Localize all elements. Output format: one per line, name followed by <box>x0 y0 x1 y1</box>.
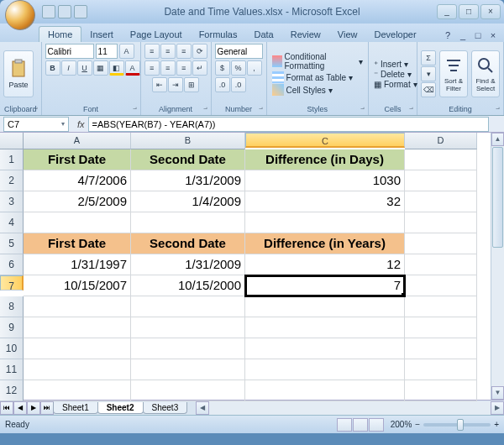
cell[interactable] <box>245 296 405 317</box>
col-header-b[interactable]: B <box>131 133 245 149</box>
scroll-right-icon[interactable]: ▶ <box>491 401 504 415</box>
cell[interactable] <box>405 233 477 254</box>
minimize-ribbon-icon[interactable]: _ <box>457 30 469 42</box>
scroll-down-icon[interactable]: ▼ <box>491 386 504 400</box>
italic-button[interactable]: I <box>61 60 76 76</box>
row-header[interactable]: 6 <box>0 254 24 275</box>
row-header[interactable]: 3 <box>0 191 24 212</box>
cell[interactable] <box>405 254 477 275</box>
underline-button[interactable]: U <box>77 60 92 76</box>
cell[interactable] <box>245 359 405 380</box>
cell[interactable] <box>24 338 131 359</box>
cell[interactable]: 2/5/2009 <box>24 191 131 212</box>
cell[interactable]: 1030 <box>245 170 405 191</box>
fx-icon[interactable]: fx <box>77 119 85 129</box>
format-as-table-button[interactable]: Format as Table ▾ <box>270 71 365 83</box>
decrease-decimal-icon[interactable]: .0 <box>231 77 246 92</box>
align-right-icon[interactable]: ≡ <box>176 60 192 76</box>
percent-icon[interactable]: % <box>231 60 246 76</box>
col-header-d[interactable]: D <box>405 133 477 149</box>
row-header[interactable]: 1 <box>0 149 24 170</box>
zoom-slider[interactable] <box>423 423 491 427</box>
increase-indent-icon[interactable]: ⇥ <box>168 77 183 92</box>
zoom-out-icon[interactable]: − <box>415 420 420 429</box>
currency-icon[interactable]: $ <box>215 60 230 76</box>
font-name-select[interactable] <box>45 44 94 59</box>
close-workbook-icon[interactable]: × <box>487 30 499 42</box>
minimize-button[interactable]: _ <box>437 4 457 19</box>
cell[interactable]: Difference (in Days) <box>245 149 405 170</box>
fill-color-button[interactable]: ◧ <box>109 60 124 76</box>
tab-developer[interactable]: Developer <box>365 27 424 42</box>
sheet-tab[interactable]: Sheet1 <box>53 402 98 414</box>
cell[interactable] <box>245 338 405 359</box>
row-header[interactable]: 8 <box>0 296 24 317</box>
cell[interactable]: Second Date <box>131 233 245 254</box>
cell[interactable] <box>405 296 477 317</box>
sheet-tab[interactable]: Sheet3 <box>143 402 188 414</box>
cell[interactable]: Second Date <box>131 149 245 170</box>
close-button[interactable]: × <box>480 4 501 19</box>
cell[interactable] <box>131 338 245 359</box>
align-bottom-icon[interactable]: ≡ <box>176 44 192 59</box>
cell[interactable] <box>405 338 477 359</box>
cell[interactable]: 1/31/2009 <box>131 170 245 191</box>
tab-insert[interactable]: Insert <box>81 27 122 42</box>
vertical-scrollbar[interactable]: ▲ ▼ <box>491 133 504 400</box>
cell[interactable] <box>405 275 477 296</box>
qat-undo-icon[interactable] <box>58 5 71 18</box>
zoom-level[interactable]: 200% <box>391 420 412 429</box>
col-header-c[interactable]: C <box>245 133 405 148</box>
cell[interactable]: 12 <box>245 254 405 275</box>
border-button[interactable]: ▦ <box>93 60 108 76</box>
active-cell[interactable]: 7 <box>245 275 405 296</box>
cell[interactable] <box>131 359 245 380</box>
cell[interactable] <box>245 380 405 401</box>
sheet-nav-first-icon[interactable]: ⏮ <box>0 401 13 415</box>
scroll-up-icon[interactable]: ▲ <box>491 133 504 146</box>
cell[interactable] <box>131 317 245 338</box>
align-top-icon[interactable]: ≡ <box>144 44 160 59</box>
delete-cells-button[interactable]: ⁻Delete ▾ <box>372 70 419 79</box>
select-all-corner[interactable] <box>0 133 24 149</box>
insert-cells-button[interactable]: ⁺Insert ▾ <box>372 60 419 69</box>
paste-button[interactable]: Paste <box>3 50 34 97</box>
col-header-a[interactable]: A <box>24 133 131 149</box>
cell[interactable] <box>405 149 477 170</box>
find-select-button[interactable]: Find & Select <box>471 50 500 97</box>
tab-data[interactable]: Data <box>245 27 281 42</box>
cell-styles-button[interactable]: Cell Styles ▾ <box>270 84 365 96</box>
wrap-text-icon[interactable]: ↵ <box>192 60 207 76</box>
conditional-formatting-button[interactable]: Conditional Formatting ▾ <box>270 52 365 71</box>
maximize-button[interactable]: □ <box>459 4 479 19</box>
name-box[interactable]: C7 <box>3 117 69 132</box>
cell[interactable]: 10/15/2000 <box>131 275 245 296</box>
sort-filter-button[interactable]: Sort & Filter <box>439 50 468 97</box>
sheet-nav-prev-icon[interactable]: ◀ <box>13 401 27 415</box>
sheet-nav-last-icon[interactable]: ⏭ <box>40 401 54 415</box>
cell[interactable]: 4/7/2006 <box>24 170 131 191</box>
row-header[interactable]: 11 <box>0 359 24 380</box>
font-size-select[interactable] <box>96 44 118 59</box>
scroll-left-icon[interactable]: ◀ <box>196 401 209 415</box>
autosum-icon[interactable]: Σ <box>421 50 436 65</box>
cell[interactable]: 1/4/2009 <box>131 191 245 212</box>
align-middle-icon[interactable]: ≡ <box>160 44 176 59</box>
cell[interactable]: 32 <box>245 191 405 212</box>
merge-icon[interactable]: ⊞ <box>184 77 199 92</box>
qat-redo-icon[interactable] <box>74 5 87 18</box>
row-header[interactable]: 7 <box>0 275 24 291</box>
tab-home[interactable]: Home <box>39 26 81 42</box>
cell[interactable] <box>131 380 245 401</box>
cell[interactable]: First Date <box>24 149 131 170</box>
sheet-nav-next-icon[interactable]: ▶ <box>27 401 40 415</box>
clear-icon[interactable]: ⌫ <box>421 82 436 97</box>
format-cells-button[interactable]: ▦Format ▾ <box>372 80 419 89</box>
font-color-button[interactable]: A <box>125 60 140 76</box>
comma-icon[interactable]: , <box>247 60 262 76</box>
cell[interactable] <box>24 317 131 338</box>
row-header[interactable]: 2 <box>0 170 24 191</box>
row-header[interactable]: 4 <box>0 212 24 233</box>
orientation-icon[interactable]: ⟳ <box>192 44 207 59</box>
zoom-thumb[interactable] <box>457 419 464 431</box>
